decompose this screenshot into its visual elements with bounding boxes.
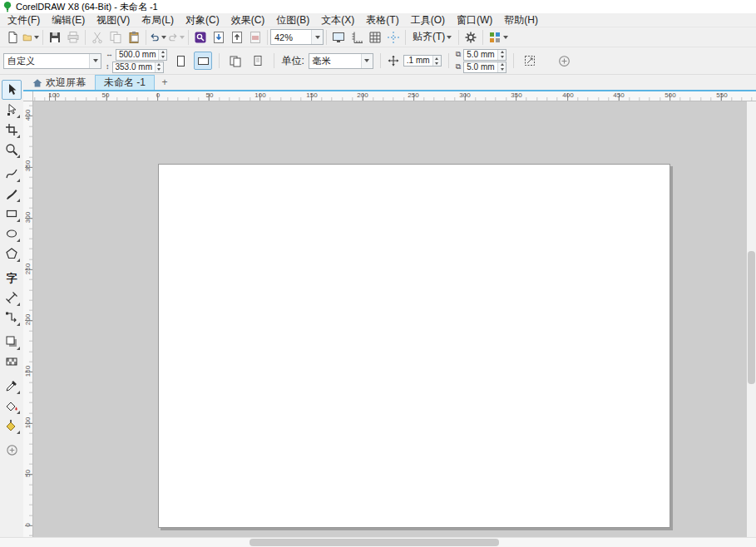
open-button[interactable] <box>22 29 40 46</box>
duplicate-y-field[interactable]: 5.0 mm <box>463 62 506 73</box>
snap-to-dropdown[interactable]: 贴齐(T) <box>408 29 456 46</box>
duplicate-x-value: 5.0 mm <box>464 50 497 60</box>
toolbar-separator <box>326 30 327 45</box>
paste-button[interactable] <box>125 29 143 46</box>
horizontal-scrollbar[interactable] <box>0 537 756 547</box>
text-tool[interactable]: 字 <box>2 268 22 288</box>
landscape-button[interactable] <box>194 52 212 70</box>
import-button[interactable] <box>210 29 228 46</box>
color-eyedropper-tool[interactable] <box>2 376 22 396</box>
print-button[interactable] <box>64 29 82 46</box>
propbar-separator <box>274 53 274 68</box>
drawing-page[interactable] <box>158 164 670 528</box>
shape-tool[interactable] <box>2 100 22 120</box>
show-rulers-button[interactable] <box>348 29 366 46</box>
menu-tools[interactable]: 工具(O) <box>405 12 451 28</box>
menu-window[interactable]: 窗口(W) <box>451 12 498 28</box>
current-page-button[interactable] <box>249 52 267 70</box>
full-screen-preview-button[interactable] <box>329 29 348 46</box>
rectangle-tool[interactable] <box>2 204 22 224</box>
units-combo[interactable]: 毫米 <box>309 53 373 69</box>
nudge-offset-icon <box>388 55 399 67</box>
export-button[interactable] <box>228 29 246 46</box>
duplicate-x-icon: ⧉ <box>456 51 461 58</box>
publish-pdf-button[interactable] <box>246 29 264 46</box>
hruler-label: 150 <box>306 91 317 99</box>
menu-edit[interactable]: 编辑(E) <box>46 12 91 28</box>
zoom-level-combo[interactable]: 42% <box>270 29 324 45</box>
zoom-tool[interactable] <box>2 140 22 160</box>
artistic-media-tool[interactable] <box>2 184 22 204</box>
show-grid-button[interactable] <box>366 29 384 46</box>
tab-document-1[interactable]: 未命名 -1 <box>95 75 155 90</box>
tab-welcome-screen[interactable]: 欢迎屏幕 <box>23 75 95 90</box>
connector-tool[interactable] <box>2 308 22 328</box>
horizontal-scrollbar-thumb[interactable] <box>250 539 499 546</box>
search-content-button[interactable] <box>191 29 210 46</box>
hruler-label: 50 <box>102 91 110 99</box>
rectangle-tool-icon <box>5 207 18 220</box>
page-height-icon: ↕ <box>106 63 110 71</box>
page-width-field[interactable]: 500.0 mm <box>116 49 167 61</box>
vertical-ruler[interactable]: 400 350 300 250 200 150 100 50 0 <box>23 101 33 537</box>
zoom-level-caret[interactable] <box>311 30 323 44</box>
polygon-tool[interactable] <box>2 244 22 264</box>
cut-button[interactable] <box>88 29 106 46</box>
smart-fill-tool[interactable] <box>2 416 22 436</box>
menu-effects[interactable]: 效果(C) <box>225 12 271 28</box>
portrait-button[interactable] <box>171 52 190 70</box>
interactive-fill-tool[interactable] <box>2 396 22 416</box>
treat-as-filled-button[interactable] <box>521 52 539 70</box>
parallel-dimension-tool[interactable] <box>2 288 22 308</box>
nudge-offset-field[interactable]: .1 mm <box>403 55 442 67</box>
treat-as-filled-icon <box>523 54 536 67</box>
page-height-field[interactable]: 353.0 mm <box>112 62 164 73</box>
menu-table[interactable]: 表格(T) <box>360 12 404 28</box>
menu-bitmaps[interactable]: 位图(B) <box>270 12 315 28</box>
menu-layout[interactable]: 布局(L) <box>136 12 180 28</box>
duplicate-x-field[interactable]: 5.0 mm <box>463 49 506 61</box>
hruler-label: 200 <box>357 91 368 99</box>
menu-file[interactable]: 文件(F) <box>2 12 46 28</box>
propbar-separator <box>219 53 220 68</box>
nudge-down[interactable] <box>433 61 441 66</box>
duplicate-x-down[interactable] <box>498 55 506 60</box>
ruler-origin-corner[interactable] <box>23 91 33 101</box>
drop-shadow-tool[interactable] <box>2 332 22 352</box>
save-button[interactable] <box>46 29 64 46</box>
ellipse-tool[interactable] <box>2 224 22 244</box>
redo-button[interactable] <box>167 29 185 46</box>
menu-view[interactable]: 视图(V) <box>91 12 136 28</box>
vertical-scrollbar[interactable] <box>747 101 756 537</box>
page-size-preset-caret[interactable] <box>89 54 101 68</box>
horizontal-ruler[interactable]: 100 50 0 50 100 150 200 250 300 350 400 … <box>33 91 756 101</box>
page-width-down[interactable] <box>159 55 166 60</box>
units-caret[interactable] <box>361 54 373 68</box>
menu-help[interactable]: 帮助(H) <box>498 12 544 28</box>
polygon-tool-icon <box>5 247 18 260</box>
vertical-scrollbar-thumb[interactable] <box>748 251 755 384</box>
propbar-customize-button[interactable] <box>555 52 573 70</box>
options-button[interactable] <box>462 29 480 46</box>
duplicate-distance-group: ⧉ 5.0 mm ⧉ 5.0 mm <box>456 49 506 73</box>
page-size-preset-combo[interactable]: 自定义 <box>3 53 101 69</box>
customize-toolbox-button[interactable] <box>2 440 22 460</box>
duplicate-y-down[interactable] <box>498 67 506 72</box>
canvas[interactable] <box>33 101 747 537</box>
page-height-down[interactable] <box>156 67 163 72</box>
application-launcher-dropdown[interactable] <box>486 29 511 46</box>
transparency-tool[interactable] <box>2 352 22 372</box>
publish-pdf-icon <box>249 31 262 44</box>
copy-button[interactable] <box>106 29 125 46</box>
freehand-tool[interactable] <box>2 164 22 184</box>
menu-text[interactable]: 文本(X) <box>315 12 360 28</box>
undo-button[interactable] <box>149 29 167 46</box>
crop-tool[interactable] <box>2 120 22 140</box>
new-document-button[interactable] <box>3 29 22 46</box>
pick-tool[interactable] <box>2 80 22 100</box>
all-pages-button[interactable] <box>226 52 245 70</box>
new-tab-button[interactable]: + <box>158 76 171 89</box>
show-guidelines-button[interactable] <box>384 29 403 46</box>
save-icon <box>48 31 62 44</box>
menu-object[interactable]: 对象(C) <box>180 12 225 28</box>
